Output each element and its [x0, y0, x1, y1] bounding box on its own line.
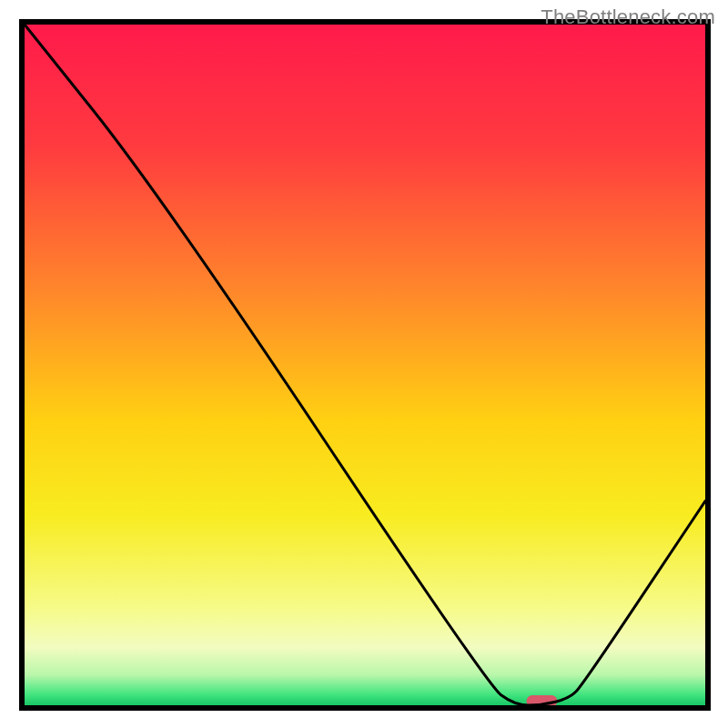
chart-canvas [0, 0, 728, 728]
bottleneck-chart: TheBottleneck.com [0, 0, 728, 728]
gradient-background [25, 25, 705, 705]
watermark-text: TheBottleneck.com [541, 5, 715, 29]
